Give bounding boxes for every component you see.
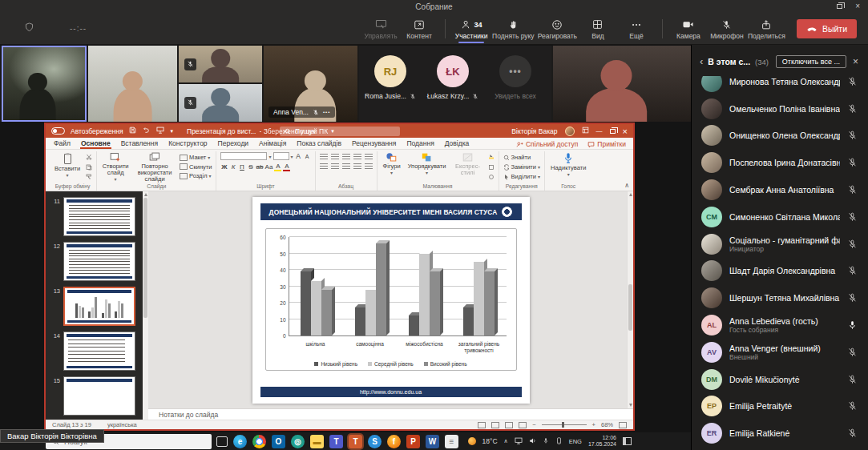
- raise-hand-button[interactable]: Поднять руку: [491, 16, 536, 41]
- participant-row[interactable]: EP Emilija Petraitytė: [692, 393, 868, 420]
- file-explorer[interactable]: ▬: [310, 435, 324, 448]
- ribbon-tab[interactable]: Показ слайдів: [296, 139, 342, 149]
- reuse-slides-button[interactable]: Повторно використати слайди: [134, 152, 176, 183]
- content-button[interactable]: Контент: [400, 16, 438, 41]
- scrollbar-thumb[interactable]: [143, 198, 147, 318]
- video-tile[interactable]: [179, 46, 262, 82]
- close-button[interactable]: ×: [623, 127, 628, 136]
- chrome[interactable]: [252, 435, 266, 448]
- phone-icon[interactable]: [555, 437, 563, 446]
- autosave-toggle[interactable]: [51, 127, 65, 135]
- align-right-icon[interactable]: [342, 163, 350, 170]
- replace-button[interactable]: Замінити ▾: [503, 163, 541, 171]
- justify-icon[interactable]: [353, 163, 361, 170]
- participant-row[interactable]: Омельченко Поліна Іванівна: [692, 95, 868, 123]
- participant-mic-icon[interactable]: [847, 292, 858, 303]
- canvas-scrollbar[interactable]: [627, 191, 633, 408]
- paste-button[interactable]: Вставити ▾: [53, 152, 82, 178]
- share-document-button[interactable]: Спільний доступ: [516, 140, 578, 148]
- participant-row[interactable]: СМ Симоненко Світлана Миколаївна: [692, 203, 868, 231]
- ribbon-tab[interactable]: Вставлення: [120, 139, 159, 149]
- ribbon-tab[interactable]: Переходи: [217, 139, 250, 149]
- participant-mic-icon[interactable]: [847, 239, 858, 250]
- close-panel-icon[interactable]: ×: [851, 56, 860, 67]
- scroll-down-icon[interactable]: [629, 404, 632, 407]
- participant-row[interactable]: Соціально - гуманітарний факу... Инициат…: [692, 231, 868, 258]
- slideshow-icon[interactable]: [156, 127, 164, 135]
- collapse-ribbon-icon[interactable]: ∧: [624, 182, 629, 189]
- restore-button[interactable]: [610, 129, 616, 134]
- participant-row[interactable]: Миронова Тетяна Олександрів...: [692, 76, 868, 95]
- slide-thumbnail-12[interactable]: 12: [46, 239, 148, 284]
- participant-row[interactable]: Шадт Дарія Олександрівна: [692, 258, 868, 285]
- font-style-button[interactable]: Ж: [220, 163, 228, 171]
- ribbon-tab[interactable]: Довідка: [444, 139, 470, 149]
- cut-icon[interactable]: [86, 154, 92, 162]
- thumbnails-scrollbar[interactable]: [143, 191, 148, 420]
- participant-row[interactable]: Поспелова Ірина Донатасівна: [692, 149, 868, 176]
- participant-row[interactable]: AV Anna Venger (внешний) Внешний: [692, 339, 868, 366]
- video-tile-speaker[interactable]: [2, 46, 87, 122]
- word[interactable]: W: [426, 435, 439, 448]
- ribbon-options-icon[interactable]: [582, 127, 589, 135]
- font-name-input[interactable]: [220, 152, 267, 160]
- weather-icon[interactable]: [468, 437, 476, 445]
- more-icon[interactable]: •••: [323, 110, 330, 115]
- action-center-icon[interactable]: [623, 437, 632, 445]
- skype[interactable]: S: [368, 435, 382, 448]
- shapes-button[interactable]: Фігури ▾: [382, 152, 402, 175]
- participant-mic-icon[interactable]: [847, 130, 858, 141]
- decrease-indent-icon[interactable]: [342, 154, 350, 160]
- participant-mic-icon[interactable]: [847, 157, 858, 168]
- find-button[interactable]: Знайти: [503, 154, 531, 161]
- select-button[interactable]: Виділити ▾: [503, 173, 540, 180]
- participant-mic-icon[interactable]: [847, 374, 858, 385]
- slide[interactable]: ДОНЕЦЬКИЙ НАЦІОНАЛЬНИЙ УНІВЕРСИТЕТ ІМЕНІ…: [252, 197, 530, 404]
- video-tile[interactable]: [179, 84, 262, 122]
- tray-mic-icon[interactable]: [543, 437, 549, 446]
- outlook[interactable]: O: [272, 435, 285, 448]
- numbering-icon[interactable]: [331, 154, 339, 160]
- ribbon-tab[interactable]: Рецензування: [351, 139, 397, 149]
- copy-icon[interactable]: [86, 164, 92, 172]
- grow-font-button[interactable]: А: [295, 152, 302, 160]
- ribbon-tab[interactable]: Подання: [406, 139, 434, 149]
- participant-mic-icon[interactable]: [847, 319, 858, 331]
- section-button[interactable]: Розділ▾: [180, 172, 211, 179]
- participant-avatar-tile[interactable]: ŁK Łukasz Krzy...: [422, 46, 484, 122]
- increase-indent-icon[interactable]: [353, 154, 361, 160]
- slide-thumbnail-15[interactable]: 15: [46, 374, 148, 419]
- reading-view-icon[interactable]: [505, 422, 513, 428]
- chart[interactable]: 0102030405060 шкільнасамооціннаміжособис…: [265, 228, 517, 371]
- mic-button[interactable]: Микрофон: [708, 16, 746, 41]
- participant-mic-icon[interactable]: [847, 400, 858, 412]
- new-slide-button[interactable]: Створити слайд ▾: [101, 152, 130, 182]
- align-center-icon[interactable]: [331, 163, 339, 170]
- language-status[interactable]: українська: [107, 421, 137, 428]
- quick-styles-button[interactable]: Експрес-стилі: [452, 152, 484, 176]
- participant-mic-icon[interactable]: [847, 265, 858, 276]
- account-avatar[interactable]: [565, 127, 575, 136]
- zoom-level[interactable]: 68%: [601, 421, 613, 428]
- undo-icon[interactable]: [143, 127, 150, 135]
- ribbon-tab[interactable]: Конструктор: [168, 139, 208, 149]
- edge[interactable]: e: [233, 435, 247, 448]
- font-style-button[interactable]: К: [229, 163, 236, 171]
- participant-row[interactable]: DM Dovilė Mikučionytė: [692, 366, 868, 393]
- align-left-icon[interactable]: [320, 163, 328, 170]
- ribbon-tab[interactable]: Анімація: [258, 139, 287, 149]
- back-icon[interactable]: ‹: [700, 58, 703, 66]
- font-style-button[interactable]: S: [247, 163, 254, 171]
- zoom-out-icon[interactable]: −: [532, 421, 535, 428]
- minimize-button[interactable]: —: [596, 127, 603, 135]
- reset-button[interactable]: Скинути: [180, 163, 212, 171]
- video-tile[interactable]: [88, 46, 177, 122]
- shape-effects-icon[interactable]: [488, 174, 495, 182]
- firefox[interactable]: f: [387, 435, 401, 448]
- video-tile-presenter[interactable]: [553, 46, 691, 122]
- more-button[interactable]: Ещё: [617, 16, 656, 41]
- share-button[interactable]: Поделиться: [746, 16, 787, 41]
- mute-all-button[interactable]: Отключить все ...: [776, 55, 846, 68]
- teams[interactable]: T: [329, 435, 343, 448]
- video-tile-anna-venger[interactable]: Anna Ven... •••: [264, 46, 357, 122]
